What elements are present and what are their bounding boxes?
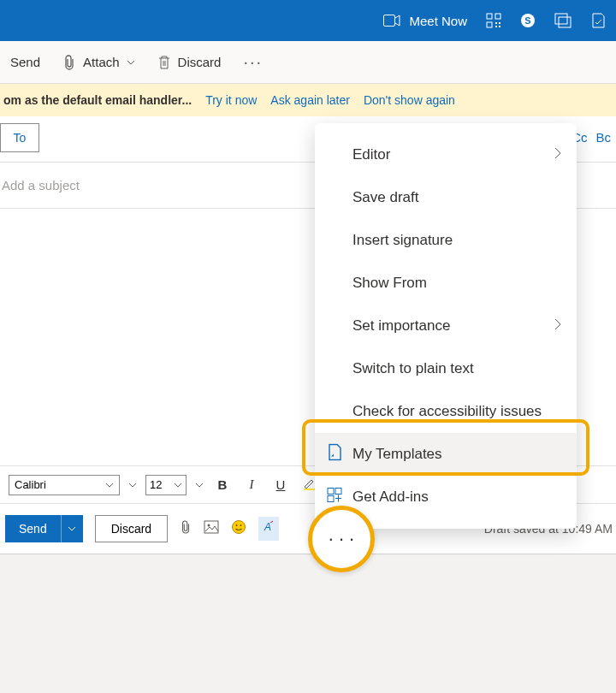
svg-rect-1 <box>487 14 492 19</box>
send-options-button[interactable] <box>61 515 83 542</box>
todo-icon[interactable] <box>590 13 606 28</box>
svg-rect-19 <box>328 489 334 495</box>
highlight-ring-more: ··· <box>308 506 375 572</box>
menu-accessibility-label: Check for accessibility issues <box>352 403 542 420</box>
compose-toolbar: Send Attach Discard ··· <box>0 41 616 84</box>
menu-my-templates-label: My Templates <box>352 446 442 463</box>
svg-text:S: S <box>524 15 530 26</box>
menu-save-draft-label: Save draft <box>352 189 419 206</box>
more-options-menu: Editor Save draft Insert signature Show … <box>315 123 577 529</box>
formatting-toggle-button[interactable]: A <box>258 517 279 541</box>
chevron-down-icon <box>68 526 76 531</box>
emoji-button[interactable] <box>231 519 246 538</box>
chevron-down-icon[interactable] <box>128 483 137 488</box>
chevron-down-icon <box>127 60 135 65</box>
svg-point-17 <box>240 524 242 526</box>
discard-button[interactable]: Discard <box>157 55 222 70</box>
toolbar-more-button[interactable]: ··· <box>243 52 263 72</box>
svg-rect-10 <box>555 14 567 24</box>
app-header: Meet Now S <box>0 0 616 41</box>
svg-rect-21 <box>328 496 334 502</box>
menu-save-draft[interactable]: Save draft <box>315 176 577 219</box>
chevron-down-icon <box>105 483 114 488</box>
svg-rect-13 <box>204 521 218 533</box>
meet-now-label: Meet Now <box>409 14 467 28</box>
font-size-value: 12 <box>150 478 162 491</box>
svg-rect-3 <box>487 22 492 27</box>
chevron-down-icon <box>174 483 182 488</box>
menu-show-from[interactable]: Show From <box>315 262 577 305</box>
notice-later-link[interactable]: Ask again later <box>270 93 350 107</box>
font-color-icon: A <box>262 520 275 534</box>
discard-label: Discard <box>178 55 222 69</box>
svg-point-15 <box>233 521 246 534</box>
image-icon <box>204 520 219 534</box>
trash-icon <box>157 55 171 70</box>
emoji-icon <box>231 519 246 535</box>
font-family-value: Calibri <box>15 478 46 491</box>
chevron-right-icon <box>554 317 561 335</box>
discard-button-secondary[interactable]: Discard <box>95 515 168 542</box>
menu-get-addins-label: Get Add-ins <box>352 489 429 506</box>
attach-inline-button[interactable] <box>180 519 192 538</box>
menu-plain-text-label: Switch to plain text <box>352 360 474 377</box>
default-handler-notice: om as the default email handler... Try i… <box>0 84 616 116</box>
attach-button[interactable]: Attach <box>62 55 135 70</box>
attach-label: Attach <box>83 55 120 69</box>
menu-accessibility[interactable]: Check for accessibility issues <box>315 390 577 433</box>
svg-rect-6 <box>495 26 497 27</box>
send-split-button: Send <box>5 515 83 542</box>
paperclip-icon <box>62 55 76 70</box>
addins-icon <box>327 488 342 507</box>
menu-show-from-label: Show From <box>352 275 427 292</box>
ellipsis-icon[interactable]: ··· <box>329 528 359 550</box>
svg-rect-7 <box>499 26 500 27</box>
svg-rect-20 <box>335 489 341 495</box>
below-compose-area <box>0 554 616 693</box>
feedback-icon[interactable] <box>554 13 572 28</box>
menu-set-importance[interactable]: Set importance <box>315 305 577 347</box>
notice-try-link[interactable]: Try it now <box>205 93 257 107</box>
svg-rect-2 <box>495 14 500 19</box>
skype-icon[interactable]: S <box>520 13 536 28</box>
menu-editor-label: Editor <box>352 146 390 163</box>
svg-rect-0 <box>384 15 395 27</box>
notice-dont-link[interactable]: Don't show again <box>364 93 455 107</box>
svg-rect-11 <box>559 17 571 27</box>
video-icon <box>383 15 400 27</box>
menu-set-importance-label: Set importance <box>352 317 450 335</box>
svg-point-16 <box>236 524 238 526</box>
toolbar-send-button[interactable]: Send <box>3 55 40 69</box>
insert-image-button[interactable] <box>204 520 219 537</box>
menu-editor[interactable]: Editor <box>315 133 577 176</box>
bcc-button[interactable]: Bc <box>595 130 611 145</box>
notice-message: om as the default email handler... <box>3 93 192 107</box>
menu-insert-signature[interactable]: Insert signature <box>315 219 577 262</box>
qr-icon[interactable] <box>486 13 501 28</box>
menu-insert-signature-label: Insert signature <box>352 232 453 249</box>
menu-my-templates[interactable]: My Templates <box>315 433 577 476</box>
font-size-select[interactable]: 12 <box>145 475 187 495</box>
chevron-down-icon[interactable] <box>195 483 204 488</box>
svg-rect-4 <box>495 22 497 24</box>
svg-rect-12 <box>304 489 316 490</box>
bold-button[interactable]: B <box>212 477 233 492</box>
svg-text:A: A <box>264 521 271 533</box>
send-button[interactable]: Send <box>5 515 61 542</box>
to-button[interactable]: To <box>0 123 39 152</box>
paperclip-icon <box>180 519 192 535</box>
toolbar-send-label: Send <box>10 55 40 69</box>
svg-rect-5 <box>499 22 500 24</box>
underline-button[interactable]: U <box>270 477 291 492</box>
italic-button[interactable]: I <box>241 477 262 492</box>
template-icon <box>327 444 342 465</box>
font-family-select[interactable]: Calibri <box>9 475 120 495</box>
svg-point-14 <box>208 524 210 527</box>
menu-plain-text[interactable]: Switch to plain text <box>315 347 577 390</box>
chevron-right-icon <box>554 146 561 163</box>
meet-now-button[interactable]: Meet Now <box>383 14 467 28</box>
